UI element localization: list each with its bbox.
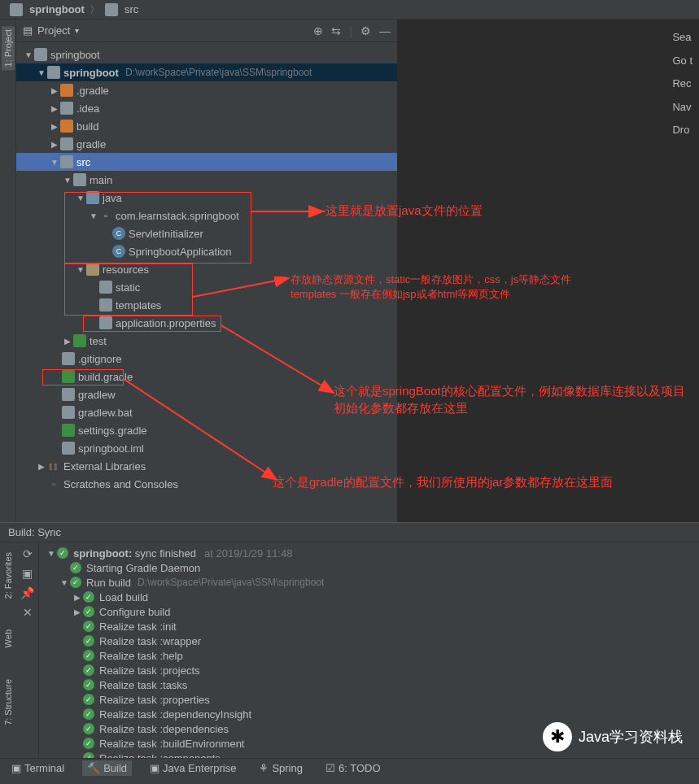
status-ok-icon: ✓ [83,591,94,603]
hide-icon[interactable]: — [379,24,391,37]
tab-spring[interactable]: ⚘Spring [254,760,308,776]
tree-row-settingsgradle[interactable]: settings.gradle [16,421,397,439]
build-timestamp: at 2019/1/29 11:48 [204,547,292,560]
node-label: springboot [63,67,119,79]
tree-row-servlet[interactable]: CServletInitializer [16,224,397,242]
folder-icon [60,155,73,168]
expand-icon: ▼ [59,578,70,587]
close-icon[interactable]: ✕ [23,606,33,619]
tree-row-iml[interactable]: springboot.iml [16,439,397,457]
expand-icon: ▼ [46,549,57,558]
chevron-right-icon: 〉 [88,2,102,17]
breadcrumb-root[interactable]: springboot [7,3,88,16]
hint-line: Nav [672,96,692,120]
tab-web[interactable]: Web [2,626,15,651]
res-folder-icon [86,263,99,276]
gear-icon[interactable]: ⚙ [360,24,371,37]
build-row[interactable]: ▶✓Configure build [39,604,699,619]
filter-icon[interactable]: ▣ [22,567,33,580]
breadcrumb-src[interactable]: src [102,3,142,16]
expand-icon: ▼ [75,265,86,274]
tree-row-app[interactable]: CSpringbootApplication [16,242,397,260]
node-label: static [116,281,140,294]
tree-row-templates[interactable]: templates [16,296,397,314]
path-hint: D:\workSpace\Private\java\SSM\springboot [138,577,324,588]
build-item-label: Configure build [99,606,170,618]
tab-structure[interactable]: 7: Structure [2,676,15,729]
node-label: gradlew [78,389,116,401]
collapse-icon[interactable]: ⇆ [331,24,341,37]
build-row[interactable]: ✓Realize task :tasks [39,677,699,692]
module-icon [47,66,60,79]
tree-row-scratch[interactable]: ▫Scratches and Consoles [16,475,397,493]
tab-todo[interactable]: ☑6: TODO [321,760,386,776]
tree-row-build[interactable]: ▶build [16,117,397,135]
build-row[interactable]: ✓Realize task :help [39,648,699,663]
tree-row-main[interactable]: ▼main [16,171,397,189]
build-item-label: Realize task :help [99,650,183,662]
tree-row-gradle-hidden[interactable]: ▶.gradle [16,81,397,99]
path-hint: D:\workSpace\Private\java\SSM\springboot [125,67,312,78]
build-item-label: Realize task :properties [99,694,210,706]
tab-terminal[interactable]: ▣Terminal [7,760,69,776]
library-icon: ⫿⫿ [47,460,60,473]
build-row[interactable]: ✓Realize task :properties [39,692,699,707]
build-row[interactable]: ✓Realize task :init [39,619,699,634]
tab-build[interactable]: 🔨Build [82,760,132,776]
tree-row-gradlewbat[interactable]: gradlew.bat [16,403,397,421]
expand-icon: ▼ [88,211,99,220]
folder-icon [60,120,73,133]
src-folder-icon [86,191,99,204]
status-ok-icon: ✓ [83,708,94,720]
refresh-icon[interactable]: ⟳ [23,547,33,560]
tree-row-appprops[interactable]: application.properties [16,314,397,332]
pin-icon[interactable]: 📌 [20,586,34,599]
build-row-root[interactable]: ▼✓springboot: sync finishedat 2019/1/29 … [39,546,699,560]
project-tree[interactable]: ▼springboot ▼springbootD:\workSpace\Priv… [16,42,397,522]
build-item-label: Realize task :init [99,621,177,633]
node-label: build [76,120,98,133]
build-row[interactable]: ▶✓Load build [39,590,699,604]
folder-icon [73,173,86,186]
hammer-icon: 🔨 [87,762,100,774]
tab-project[interactable]: 1: Project [2,26,15,70]
tab-favorites[interactable]: 2: Favorites [2,549,15,602]
tree-row-java[interactable]: ▼java [16,189,397,207]
build-row-runbuild[interactable]: ▼✓Run buildD:\workSpace\Private\java\SSM… [39,575,699,590]
build-row[interactable]: ✓Realize task :dependencyInsight [39,707,699,721]
tree-row-buildgradle[interactable]: build.gradle [16,368,397,385]
tree-row-springboot[interactable]: ▼springbootD:\workSpace\Private\java\SSM… [16,63,397,81]
build-row[interactable]: ✓Starting Gradle Daemon [39,560,699,575]
expand-icon: ▶ [49,104,60,113]
tree-row-static[interactable]: static [16,278,397,296]
tree-row-extlib[interactable]: ▶⫿⫿External Libraries [16,457,397,475]
build-header: Build: Sync [0,523,699,542]
breadcrumb-bar: springboot 〉 src [0,0,699,20]
tab-javaee[interactable]: ▣Java Enterprise [145,760,241,776]
tab-label: Java Enterprise [163,762,236,774]
build-row[interactable]: ✓Realize task :components [39,751,699,758]
divider-icon: | [349,24,352,37]
locate-icon[interactable]: ⊕ [313,24,323,37]
build-row[interactable]: ✓Realize task :projects [39,663,699,677]
tree-row-src[interactable]: ▼src [16,153,397,171]
tree-row-package[interactable]: ▼▫com.learnstack.springboot [16,207,397,224]
build-row[interactable]: ✓Realize task :wrapper [39,634,699,648]
node-label: build.gradle [78,371,133,383]
project-title[interactable]: ▤ Project ▾ [23,24,79,37]
node-label: test [90,335,107,347]
tree-row-idea[interactable]: ▶.idea [16,99,397,117]
tree-row-gitignore[interactable]: .gitignore [16,350,397,368]
tree-row-springboot-top[interactable]: ▼springboot [16,46,397,63]
tree-row-test[interactable]: ▶test [16,332,397,350]
gradle-icon [62,370,75,383]
expand-icon: ▼ [49,158,60,167]
folder-icon [99,281,112,294]
tree-row-gradle[interactable]: ▶gradle [16,135,397,153]
tree-row-gradlew[interactable]: gradlew [16,385,397,403]
hint-line: Go t [672,50,692,73]
tree-row-resources[interactable]: ▼resources [16,260,397,278]
spring-icon: ⚘ [259,762,269,774]
folder-icon [60,102,73,115]
tab-label: Spring [272,762,303,774]
